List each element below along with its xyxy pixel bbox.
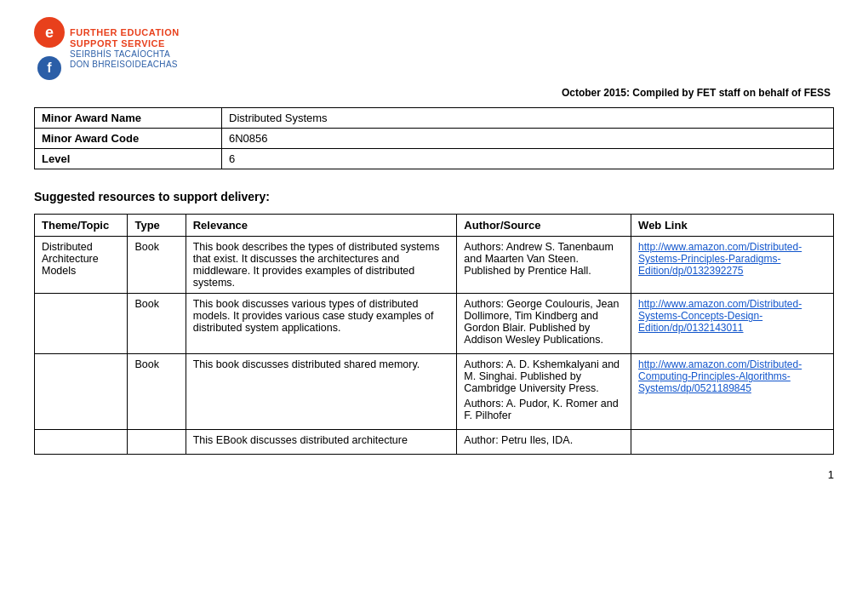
page-number: 1 <box>34 468 834 481</box>
column-header: Theme/Topic <box>35 215 128 237</box>
info-table: Minor Award Name Distributed Systems Min… <box>34 107 834 169</box>
table-row: Book This book discusses distributed sha… <box>35 354 834 430</box>
type-cell: Book <box>128 294 186 354</box>
logo-f-icon: f <box>37 56 61 80</box>
weblink-cell: http://www.amazon.com/Distributed-Comput… <box>631 354 834 430</box>
web-link[interactable]: http://www.amazon.com/Distributed-System… <box>638 241 826 277</box>
logo-line1: FURTHER EDUCATION <box>70 27 180 38</box>
info-label: Minor Award Code <box>35 129 222 149</box>
topic-cell <box>35 430 128 455</box>
info-value: 6 <box>222 149 834 169</box>
column-header: Author/Source <box>457 215 631 237</box>
weblink-cell <box>631 430 834 455</box>
info-label: Minor Award Name <box>35 108 222 129</box>
relevance-cell: This book discusses distributed shared m… <box>186 354 457 430</box>
relevance-cell: This book describes the types of distrib… <box>186 237 457 294</box>
logo-line3-irish1: Seirbhís Tacaíochta <box>70 49 180 60</box>
section-title: Suggested resources to support delivery: <box>34 190 834 203</box>
logo-e-icon: e <box>34 17 65 48</box>
table-row: Book This book discusses various types o… <box>35 294 834 354</box>
logo-line2: SUPPORT SERVICE <box>70 38 180 49</box>
info-row: Minor Award Name Distributed Systems <box>35 108 834 129</box>
logo-area: e f FURTHER EDUCATION SUPPORT SERVICE Se… <box>34 17 180 80</box>
topic-cell: Distributed Architecture Models <box>35 237 128 294</box>
author-cell: Authors: Andrew S. Tanenbaum and Maarten… <box>457 237 631 294</box>
logo-text: FURTHER EDUCATION SUPPORT SERVICE Seirbh… <box>70 27 180 70</box>
info-value: 6N0856 <box>222 129 834 149</box>
table-row: Distributed Architecture Models Book Thi… <box>35 237 834 294</box>
logo-line3-irish2: don Bhreisoideachas <box>70 60 180 70</box>
column-header: Relevance <box>186 215 457 237</box>
info-label: Level <box>35 149 222 169</box>
relevance-cell: This EBook discusses distributed archite… <box>186 430 457 455</box>
author-cell: Authors: George Coulouris, Jean Dollimor… <box>457 294 631 354</box>
topic-cell <box>35 294 128 354</box>
info-row: Level 6 <box>35 149 834 169</box>
column-header: Web Link <box>631 215 834 237</box>
author-cell: Author: Petru Iles, IDA. <box>457 430 631 455</box>
column-header: Type <box>128 215 186 237</box>
table-row: This EBook discusses distributed archite… <box>35 430 834 455</box>
relevance-cell: This book discusses various types of dis… <box>186 294 457 354</box>
compiled-note: October 2015: Compiled by FET staff on b… <box>34 87 834 99</box>
resource-table: Theme/TopicTypeRelevanceAuthor/SourceWeb… <box>34 214 834 455</box>
weblink-cell: http://www.amazon.com/Distributed-System… <box>631 237 834 294</box>
topic-cell <box>35 354 128 430</box>
page-header: e f FURTHER EDUCATION SUPPORT SERVICE Se… <box>34 17 834 80</box>
web-link[interactable]: http://www.amazon.com/Distributed-Comput… <box>638 358 826 394</box>
info-row: Minor Award Code 6N0856 <box>35 129 834 149</box>
web-link[interactable]: http://www.amazon.com/Distributed-System… <box>638 298 826 334</box>
type-cell: Book <box>128 354 186 430</box>
weblink-cell: http://www.amazon.com/Distributed-System… <box>631 294 834 354</box>
author-cell: Authors: A. D. Kshemkalyani and M. Singh… <box>457 354 631 430</box>
type-cell <box>128 430 186 455</box>
type-cell: Book <box>128 237 186 294</box>
info-value: Distributed Systems <box>222 108 834 129</box>
